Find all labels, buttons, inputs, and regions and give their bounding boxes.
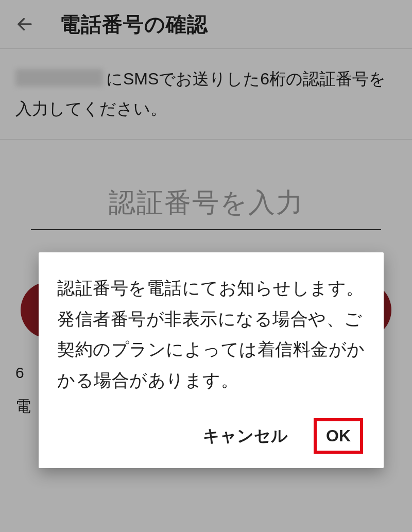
cancel-button[interactable]: キャンセル xyxy=(198,419,293,454)
dialog-actions: キャンセル OK xyxy=(57,414,365,458)
confirmation-dialog: 認証番号を電話にてお知らせします。 発信者番号が非表示になる場合や、ご契約のプラ… xyxy=(39,252,384,468)
screen: 電話番号の確認 にSMSでお送りした6桁の認証番号を入力してください。 6 電 … xyxy=(0,0,412,532)
ok-button[interactable]: OK xyxy=(314,418,363,454)
dialog-body: 認証番号を電話にてお知らせします。 発信者番号が非表示になる場合や、ご契約のプラ… xyxy=(57,273,365,396)
